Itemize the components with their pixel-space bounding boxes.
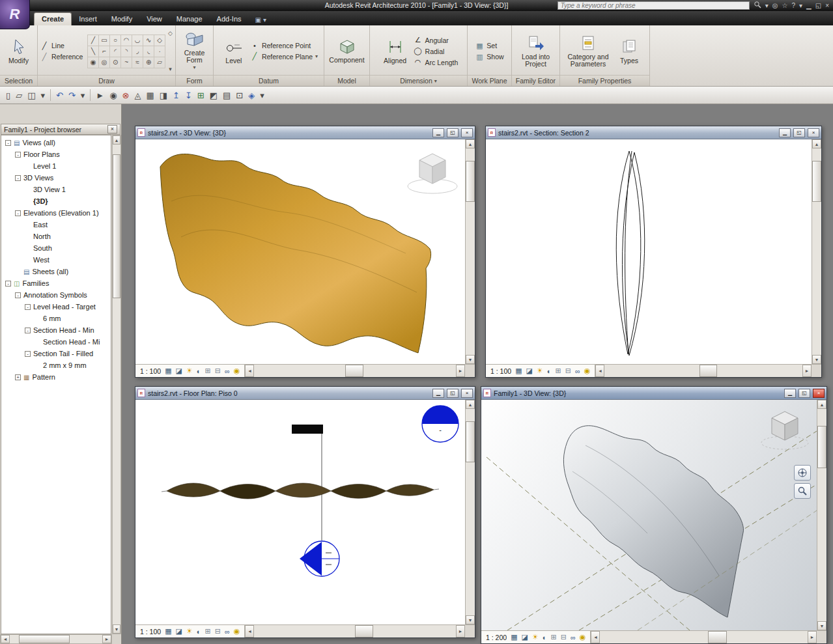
crop-region-icon[interactable]: ⊟ xyxy=(565,367,571,375)
tree-item-3d-view-1[interactable]: 3D View 1 xyxy=(1,184,111,195)
section-outline[interactable] xyxy=(616,151,645,356)
tree-item-3d-views[interactable]: -3D Views xyxy=(1,172,111,184)
viewport-window-floor-plan[interactable]: R stairs2.rvt - Floor Plan: Piso 0 ▁ ◱ × xyxy=(135,386,475,638)
drawing-canvas-3d[interactable] xyxy=(135,139,465,364)
types-button[interactable]: Types xyxy=(614,37,645,66)
sun-path-icon[interactable]: ☀ xyxy=(532,633,539,641)
panel-label-dimension[interactable]: Dimension▾ xyxy=(370,75,467,86)
window-titlebar[interactable]: R stairs2.rvt - 3D View: {3D} ▁ ◱ × xyxy=(135,126,475,139)
draw-tool-icon[interactable]: ◜ xyxy=(110,46,121,57)
sheet-icon[interactable]: ▤ xyxy=(223,91,231,100)
draw-tool-icon[interactable]: ⊙ xyxy=(110,57,121,68)
viewport-window-family-3d[interactable]: R Family1 - 3D View: {3D} ▁ ◱ × xyxy=(481,386,827,644)
panel-label-model[interactable]: Model xyxy=(324,75,369,86)
scroll-up-icon[interactable]: ▲ xyxy=(113,135,120,145)
delete-icon[interactable]: ⊗ xyxy=(122,91,130,100)
tree-item-south[interactable]: South xyxy=(1,242,111,254)
draw-tool-icon[interactable]: ◝ xyxy=(121,46,132,57)
scroll-down-icon[interactable]: ▼ xyxy=(817,621,826,630)
viewport-window-stairs-3d[interactable]: R stairs2.rvt - 3D View: {3D} ▁ ◱ × xyxy=(135,126,475,378)
show-button[interactable]: ▥Show xyxy=(475,53,503,61)
tree-item-section-head-mi[interactable]: Section Head - Mi xyxy=(1,336,111,348)
restore-button[interactable]: ◱ xyxy=(798,389,810,398)
radial-button[interactable]: ◯Radial xyxy=(414,47,459,55)
search-input[interactable] xyxy=(558,1,750,10)
tree-item-section-tail-filled[interactable]: -Section Tail - Filled xyxy=(1,348,111,359)
tree-item-pattern[interactable]: +▦Pattern xyxy=(1,371,111,383)
align-bottom-icon[interactable]: ↧ xyxy=(185,91,192,100)
horizontal-scrollbar[interactable]: ◄ ► xyxy=(590,631,817,643)
search-dropdown-icon[interactable]: ▾ xyxy=(765,1,769,10)
viewport-window-section[interactable]: R stairs2.rvt - Section: Section 2 ▁ ◱ × xyxy=(485,126,822,378)
draw-tool-icon[interactable]: ◎ xyxy=(99,57,110,68)
crop-region-icon[interactable]: ⊟ xyxy=(215,627,221,636)
draw-option-icon[interactable]: ◇ xyxy=(168,30,173,36)
visual-style-icon[interactable]: ◪ xyxy=(176,627,182,636)
communication-center-icon[interactable]: ◎ xyxy=(772,1,778,10)
tree-item-annotation-symbols[interactable]: -Annotation Symbols xyxy=(1,289,111,301)
vertical-scrollbar[interactable]: ▲ ▼ xyxy=(812,139,821,364)
vertical-scrollbar[interactable]: ▲ ▼ xyxy=(465,400,475,624)
browser-vertical-scrollbar[interactable]: ▲ ▼ xyxy=(112,135,121,634)
plan-wall-segment[interactable] xyxy=(292,425,323,434)
crop-region-icon[interactable]: ⊟ xyxy=(215,367,221,375)
scroll-up-icon[interactable]: ▲ xyxy=(466,400,475,409)
close-button[interactable]: × xyxy=(461,128,473,137)
create-form-dropdown-icon[interactable]: ▾ xyxy=(193,64,195,70)
sun-path-icon[interactable]: ☀ xyxy=(186,367,193,375)
scroll-left-icon[interactable]: ◄ xyxy=(1,635,10,643)
detail-level-icon[interactable]: ▦ xyxy=(511,633,517,641)
scroll-right-icon[interactable]: ► xyxy=(102,635,111,643)
draw-tool-icon[interactable]: ◉ xyxy=(88,57,99,68)
draw-more-icon[interactable]: ▾ xyxy=(168,66,173,72)
reveal-hidden-icon[interactable]: ◉ xyxy=(584,367,591,375)
visual-style-icon[interactable]: ◪ xyxy=(526,367,533,375)
component-button[interactable]: Component xyxy=(328,38,367,65)
scale-label[interactable]: 1 : 200 xyxy=(486,634,507,641)
vertical-scrollbar[interactable]: ▲ ▼ xyxy=(465,139,475,364)
visual-style-icon[interactable]: ◪ xyxy=(522,633,528,641)
scale-label[interactable]: 1 : 100 xyxy=(140,628,161,636)
scroll-down-icon[interactable]: ▼ xyxy=(113,624,120,634)
shadow-icon[interactable]: ◩ xyxy=(210,91,218,100)
drawing-canvas-plan[interactable]: - xyxy=(135,400,465,624)
restore-button[interactable]: ◱ xyxy=(447,128,459,137)
reveal-hidden-icon[interactable]: ◉ xyxy=(234,367,240,375)
minimize-button[interactable]: ▁ xyxy=(432,389,444,398)
scroll-right-icon[interactable]: ► xyxy=(808,631,817,643)
shadows-icon[interactable]: ◐ xyxy=(197,628,201,636)
draw-tool-icon[interactable]: ◡ xyxy=(132,35,143,46)
expander-icon[interactable]: - xyxy=(15,210,21,216)
tree-item-2mm-x-9mm[interactable]: 2 mm x 9 mm xyxy=(1,359,111,371)
expander-icon[interactable]: - xyxy=(15,292,21,298)
scroll-left-icon[interactable]: ◄ xyxy=(591,631,600,643)
draw-tool-icon[interactable]: ⊕ xyxy=(143,57,154,68)
draw-tool-icon[interactable]: ╱ xyxy=(88,35,99,46)
restore-button[interactable]: ◱ xyxy=(793,128,805,137)
hide-isolate-icon[interactable]: ∞ xyxy=(571,634,576,641)
detail-level-icon[interactable]: ▦ xyxy=(515,367,522,375)
level-head-symbol[interactable]: - xyxy=(422,406,459,442)
tree-item-views-all[interactable]: -▤Views (all) xyxy=(1,137,111,148)
draw-tool-icon[interactable]: ~ xyxy=(121,57,132,68)
gold-surface[interactable] xyxy=(160,154,431,353)
scroll-left-icon[interactable]: ◄ xyxy=(595,365,604,377)
save-dropdown-icon[interactable]: ▾ xyxy=(40,91,45,100)
sun-path-icon[interactable]: ☀ xyxy=(537,367,543,375)
hide-isolate-icon[interactable]: ∞ xyxy=(225,367,230,375)
draw-tool-icon[interactable]: ╲ xyxy=(88,46,99,57)
shadows-icon[interactable]: ◐ xyxy=(547,367,552,375)
minimize-button[interactable]: ▁ xyxy=(779,128,791,137)
window-titlebar[interactable]: R stairs2.rvt - Floor Plan: Piso 0 ▁ ◱ × xyxy=(135,387,475,400)
tab-insert[interactable]: Insert xyxy=(72,13,104,25)
draw-tool-icon[interactable]: ⌐ xyxy=(99,46,110,57)
arc-length-button[interactable]: ◠Arc Length xyxy=(414,58,459,66)
vertical-scrollbar[interactable]: ▲ ▼ xyxy=(817,400,826,630)
drawing-canvas-family-3d[interactable] xyxy=(481,400,817,630)
minimize-button[interactable]: ▁ xyxy=(432,128,444,137)
gray-surface[interactable] xyxy=(563,426,743,617)
minimize-button[interactable]: ▁ xyxy=(784,389,796,398)
scroll-left-icon[interactable]: ◄ xyxy=(245,365,254,377)
crop-view-icon[interactable]: ⊞ xyxy=(550,633,556,641)
panel-label-family-editor[interactable]: Family Editor xyxy=(512,75,559,86)
